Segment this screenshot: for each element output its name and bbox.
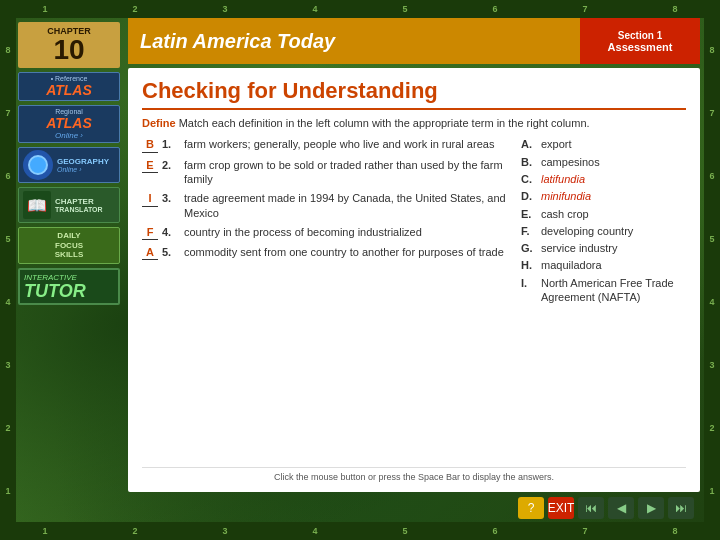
term-cash-crop: cash crop (541, 207, 589, 221)
right-term-a: A. export (521, 137, 686, 151)
right-term-i: I. North American Free Trade Agreement (… (521, 276, 686, 305)
match-item-1: B 1. farm workers; generally, people who… (142, 137, 513, 152)
reference-atlas-button[interactable]: • Reference ATLAS (18, 72, 120, 101)
right-term-f: F. developing country (521, 224, 686, 238)
right-letter-i: I. (521, 276, 537, 290)
bot-num-1: 1 (42, 526, 47, 536)
top-num-2: 2 (132, 4, 137, 14)
interactive-tutor-button[interactable]: Interactive TUTOR (18, 268, 120, 305)
main-content: CHAPTER 10 • Reference ATLAS Regional AT… (16, 18, 704, 522)
instruction-body: Match each definition in the left column… (179, 117, 590, 129)
bot-num-3: 3 (222, 526, 227, 536)
item-text-4: country in the process of becoming indus… (184, 225, 422, 239)
chapter-number: 10 (24, 36, 114, 64)
right-number-bar: 8 7 6 5 4 3 2 1 (704, 18, 720, 522)
right-term-g: G. service industry (521, 241, 686, 255)
right-letter-e: E. (521, 207, 537, 221)
item-number-2: 2. (162, 158, 180, 172)
top-number-bar: 1 2 3 4 5 6 7 8 (0, 0, 720, 18)
bottom-number-bar: 1 2 3 4 5 6 7 8 (0, 522, 720, 540)
assessment-label: Assessment (608, 41, 673, 53)
item-text-1: farm workers; generally, people who live… (184, 137, 494, 151)
bot-num-7: 7 (582, 526, 587, 536)
chapter-btn-text: CHAPTER TRANSLATOR (55, 197, 103, 213)
chapter-box: CHAPTER 10 (18, 22, 120, 68)
globe-inner (28, 155, 48, 175)
atlas-regional-title: ATLAS (23, 115, 115, 131)
book-icon: 📖 (27, 196, 47, 215)
globe-icon (23, 150, 53, 180)
geography-online-label: Online › (57, 166, 109, 173)
item-text-5: commodity sent from one country to anoth… (184, 245, 504, 259)
daily-line1: Daily (23, 231, 115, 241)
bot-num-4: 4 (312, 526, 317, 536)
regional-atlas-button[interactable]: Regional ATLAS Online › (18, 105, 120, 143)
bot-num-2: 2 (132, 526, 137, 536)
item-number-4: 4. (162, 225, 180, 239)
define-word: Define (142, 117, 176, 129)
section-assessment-badge: Section 1 Assessment (580, 18, 700, 64)
online-label: Online › (23, 131, 115, 140)
chapter-icon: 📖 (23, 191, 51, 219)
daily-focus-skills-button[interactable]: Daily Focus Skills (18, 227, 120, 264)
match-item-2: E 2. farm crop grown to be sold or trade… (142, 158, 513, 187)
match-item-3: I 3. trade agreement made in 1994 by Can… (142, 191, 513, 220)
previous-button[interactable]: ◀ (608, 497, 634, 519)
help-button[interactable]: ? (518, 497, 544, 519)
chapter-translator-button[interactable]: 📖 CHAPTER TRANSLATOR (18, 187, 120, 223)
regional-label: Regional (23, 108, 115, 115)
answer-letter-1: B (142, 137, 158, 152)
white-content-box: Checking for Understanding Define Match … (128, 68, 700, 492)
item-number-1: 1. (162, 137, 180, 151)
top-num-4: 4 (312, 4, 317, 14)
item-text-3: trade agreement made in 1994 by Canada, … (184, 191, 513, 220)
match-item-5: A 5. commodity sent from one country to … (142, 245, 513, 260)
tutor-label: TUTOR (24, 282, 114, 300)
term-export: export (541, 137, 572, 151)
bot-num-6: 6 (492, 526, 497, 536)
bot-num-5: 5 (402, 526, 407, 536)
top-num-3: 3 (222, 4, 227, 14)
left-column: B 1. farm workers; generally, people who… (142, 137, 513, 459)
term-minifundia: minifundia (541, 189, 591, 203)
reference-label: • Reference (23, 75, 115, 82)
bottom-instruction: Click the mouse button or press the Spac… (142, 467, 686, 482)
match-item-4: F 4. country in the process of becoming … (142, 225, 513, 240)
term-service-industry: service industry (541, 241, 617, 255)
answer-letter-2: E (142, 158, 158, 173)
answer-letter-4: F (142, 225, 158, 240)
right-letter-g: G. (521, 241, 537, 255)
go-to-end-button[interactable]: ⏭ (668, 497, 694, 519)
top-num-8: 8 (672, 4, 677, 14)
geography-online-button[interactable]: GEOGRAPHY Online › (18, 147, 120, 183)
right-letter-d: D. (521, 189, 537, 203)
right-column: A. export B. campesinos C. latifundia D.… (521, 137, 686, 459)
right-letter-f: F. (521, 224, 537, 238)
right-letter-b: B. (521, 155, 537, 169)
right-term-c: C. latifundia (521, 172, 686, 186)
atlas-ref-title: ATLAS (23, 82, 115, 98)
chapter-title-text: Latin America Today (140, 30, 335, 53)
daily-line2: Focus (23, 241, 115, 251)
bottom-navigation: ? EXIT ⏮ ◀ ▶ ⏭ (128, 494, 700, 522)
next-button[interactable]: ▶ (638, 497, 664, 519)
right-letter-c: C. (521, 172, 537, 186)
top-num-1: 1 (42, 4, 47, 14)
exit-button[interactable]: EXIT (548, 497, 574, 519)
term-maquiladora: maquiladora (541, 258, 602, 272)
daily-line3: Skills (23, 250, 115, 260)
item-text-2: farm crop grown to be sold or traded rat… (184, 158, 513, 187)
back-to-start-button[interactable]: ⏮ (578, 497, 604, 519)
term-latifundia: latifundia (541, 172, 585, 186)
content-area: Latin America Today Section 1 Assessment… (124, 18, 704, 522)
answer-letter-5: A (142, 245, 158, 260)
right-term-h: H. maquiladora (521, 258, 686, 272)
right-letter-h: H. (521, 258, 537, 272)
right-letter-a: A. (521, 137, 537, 151)
term-developing-country: developing country (541, 224, 633, 238)
left-sidebar: CHAPTER 10 • Reference ATLAS Regional AT… (16, 18, 124, 522)
right-term-d: D. minifundia (521, 189, 686, 203)
page-title: Checking for Understanding (142, 78, 686, 110)
geo-text: GEOGRAPHY Online › (57, 157, 109, 173)
chapter-title: Latin America Today (128, 18, 580, 64)
